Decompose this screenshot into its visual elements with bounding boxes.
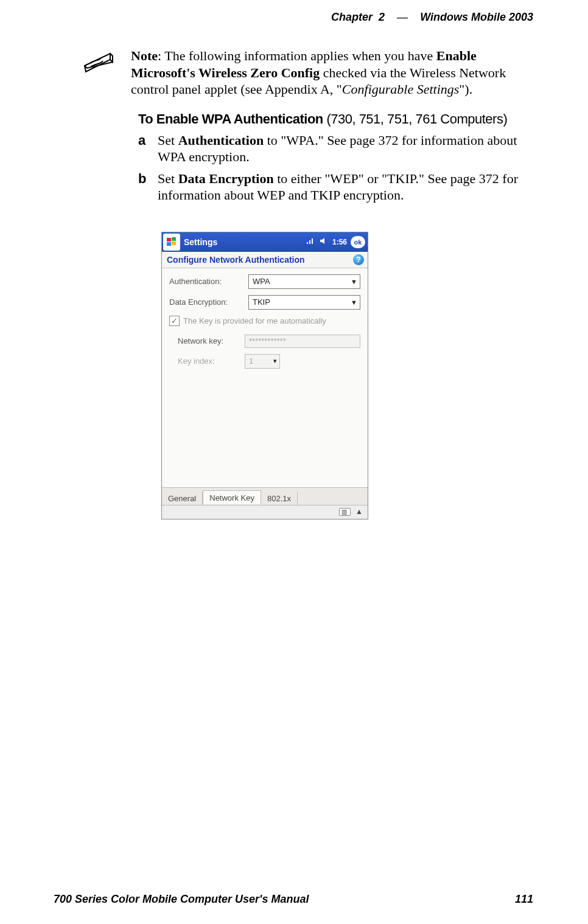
titlebar-title: Settings — [184, 237, 306, 247]
header-dash: — — [397, 11, 408, 23]
auth-label: Authentication: — [169, 277, 248, 286]
page: Chapter 2 — Windows Mobile 2003 Note: Th… — [0, 0, 588, 924]
note-block: Note: The following information applies … — [82, 47, 533, 98]
footer-manual-title: 700 Series Color Mobile Computer User's … — [54, 893, 309, 906]
step-b-body: Set Data Encryption to either "WEP" or "… — [158, 170, 533, 204]
signal-icon[interactable] — [306, 237, 314, 247]
tab-8021x[interactable]: 802.1x — [261, 492, 298, 505]
enc-row: Data Encryption: TKIP ▼ — [169, 295, 360, 310]
network-key-label: Network key: — [169, 336, 245, 346]
step-a: a Set Authentication to "WPA." See page … — [138, 132, 533, 165]
svg-rect-0 — [167, 238, 171, 241]
step-a-body: Set Authentication to "WPA." See page 37… — [158, 132, 533, 165]
svg-rect-1 — [172, 237, 176, 241]
note-t3: "). — [459, 82, 472, 97]
chevron-down-icon: ▼ — [351, 299, 357, 306]
note-t1: : The following information applies when… — [158, 48, 436, 63]
panel-title-row: Configure Network Authentication ? — [162, 252, 368, 268]
screenshot-mock: Settings 1:56 ok Configure Network Authe… — [161, 232, 368, 519]
page-header: Chapter 2 — Windows Mobile 2003 — [331, 11, 533, 24]
auto-key-label: The Key is provided for me automatically — [183, 316, 326, 325]
key-index-row: Key index: 1 ▾ — [169, 354, 360, 369]
section-heading: To Enable WPA Authentication (730, 751, … — [138, 111, 533, 127]
step-a-t1: Set — [158, 133, 178, 148]
network-key-input[interactable]: ************ — [245, 335, 360, 348]
page-footer: 700 Series Color Mobile Computer User's … — [54, 893, 533, 906]
step-a-b1: Authentication — [178, 133, 264, 148]
key-index-label: Key index: — [169, 356, 245, 366]
steps-list: a Set Authentication to "WPA." See page … — [138, 132, 533, 204]
note-text: Note: The following information applies … — [131, 47, 533, 98]
step-b: b Set Data Encryption to either "WEP" or… — [138, 170, 533, 204]
keyboard-icon[interactable]: ▥ — [339, 508, 351, 516]
section-heading-rest: (730, 751, 751, 761 Computers) — [323, 111, 507, 127]
enc-select[interactable]: TKIP ▼ — [248, 295, 360, 310]
up-arrow-icon[interactable]: ▲ — [355, 507, 363, 516]
status-bar: ▥ ▲ — [162, 505, 368, 519]
clock-time[interactable]: 1:56 — [332, 238, 347, 246]
ok-button[interactable]: ok — [351, 236, 365, 248]
titlebar: Settings 1:56 ok — [162, 232, 368, 252]
tab-general[interactable]: General — [162, 492, 203, 505]
speaker-icon[interactable] — [319, 237, 327, 247]
mock-window: Settings 1:56 ok Configure Network Authe… — [161, 232, 368, 519]
panel-body: Authentication: WPA ▼ Data Encryption: T… — [162, 268, 368, 487]
start-flag-icon[interactable] — [163, 234, 180, 251]
step-b-t1: Set — [158, 171, 178, 186]
key-index-value: 1 — [249, 356, 253, 366]
key-index-select[interactable]: 1 ▾ — [245, 354, 280, 369]
tab-network-key[interactable]: Network Key — [203, 490, 261, 504]
chevron-down-icon: ▼ — [351, 278, 357, 285]
content: Note: The following information applies … — [82, 47, 533, 519]
auth-select[interactable]: WPA ▼ — [248, 274, 360, 289]
svg-rect-2 — [167, 242, 171, 246]
chapter-number: 2 — [379, 11, 385, 23]
tab-bar: General Network Key 802.1x — [162, 487, 368, 505]
section-heading-bold: To Enable WPA Authentication — [138, 111, 323, 127]
step-b-b1: Data Encryption — [178, 171, 274, 186]
chevron-down-icon: ▾ — [273, 357, 277, 365]
checkbox-icon[interactable]: ✓ — [169, 316, 180, 326]
auth-row: Authentication: WPA ▼ — [169, 274, 360, 289]
note-icon — [82, 49, 114, 77]
auto-key-row[interactable]: ✓ The Key is provided for me automatical… — [169, 316, 360, 326]
step-a-letter: a — [138, 132, 148, 165]
header-title: Windows Mobile 2003 — [420, 11, 533, 23]
network-key-row: Network key: ************ — [169, 335, 360, 348]
note-italic1: Configurable Settings — [342, 82, 460, 97]
chapter-label: Chapter — [331, 11, 373, 23]
footer-page-number: 111 — [515, 893, 533, 906]
help-icon[interactable]: ? — [353, 254, 364, 265]
svg-rect-3 — [172, 241, 176, 245]
panel-title: Configure Network Authentication — [167, 255, 305, 265]
step-b-letter: b — [138, 170, 148, 204]
enc-value: TKIP — [253, 297, 270, 307]
titlebar-icons: 1:56 — [306, 237, 347, 247]
note-label: Note — [131, 48, 158, 63]
enc-label: Data Encryption: — [169, 297, 248, 307]
auth-value: WPA — [253, 277, 270, 286]
